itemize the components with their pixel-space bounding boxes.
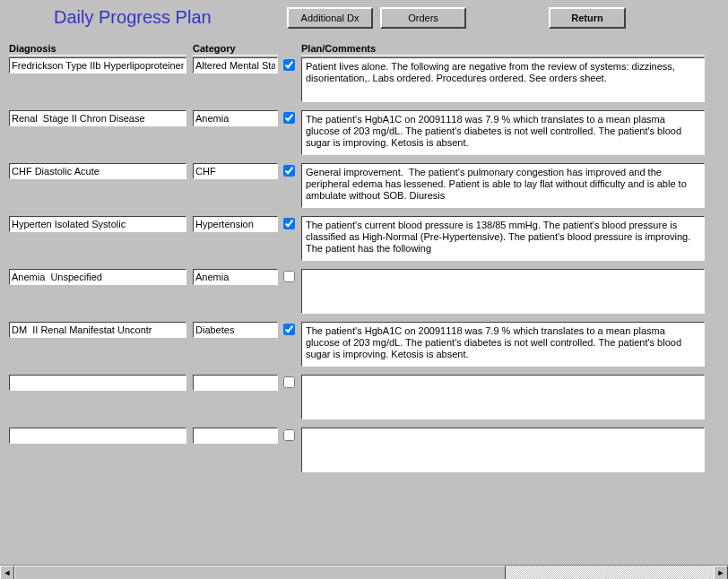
divider bbox=[9, 55, 186, 56]
row-checkbox[interactable] bbox=[283, 165, 295, 177]
column-header-plan: Plan/Comments bbox=[301, 43, 376, 54]
row-checkbox[interactable] bbox=[283, 429, 295, 441]
plan-comments-field[interactable] bbox=[301, 322, 705, 367]
divider bbox=[301, 55, 705, 56]
row-checkbox[interactable] bbox=[283, 112, 295, 124]
plan-comments-field[interactable] bbox=[301, 375, 705, 419]
category-field[interactable] bbox=[193, 110, 278, 126]
row-checkbox[interactable] bbox=[283, 376, 295, 388]
category-field[interactable] bbox=[193, 216, 278, 232]
column-header-diagnosis: Diagnosis bbox=[9, 43, 56, 54]
diagnosis-field[interactable] bbox=[9, 216, 186, 232]
main-window: Daily Progress Plan Additional Dx Orders… bbox=[0, 0, 728, 579]
orders-button[interactable]: Orders bbox=[380, 7, 466, 29]
diagnosis-field[interactable] bbox=[9, 428, 186, 444]
row-checkbox[interactable] bbox=[283, 324, 295, 335]
column-header-category: Category bbox=[193, 43, 236, 54]
diagnosis-field[interactable] bbox=[9, 57, 186, 73]
diagnosis-field[interactable] bbox=[9, 375, 186, 391]
page-title: Daily Progress Plan bbox=[54, 7, 212, 28]
plan-comments-field[interactable] bbox=[301, 57, 705, 102]
row-checkbox[interactable] bbox=[283, 218, 295, 229]
diagnosis-field[interactable] bbox=[9, 322, 186, 338]
diagnosis-field[interactable] bbox=[9, 269, 186, 285]
diagnosis-field[interactable] bbox=[9, 110, 186, 126]
plan-comments-field[interactable] bbox=[301, 110, 705, 155]
return-button[interactable]: Return bbox=[549, 7, 626, 29]
category-field[interactable] bbox=[193, 322, 278, 338]
plan-comments-field[interactable] bbox=[301, 269, 705, 314]
category-field[interactable] bbox=[193, 375, 278, 391]
scroll-right-button[interactable]: ► bbox=[714, 566, 728, 579]
plan-comments-field[interactable] bbox=[301, 428, 705, 472]
row-checkbox[interactable] bbox=[283, 59, 295, 71]
category-field[interactable] bbox=[193, 57, 278, 73]
diagnosis-field[interactable] bbox=[9, 163, 186, 179]
plan-comments-field[interactable] bbox=[301, 163, 705, 208]
header-bar: Daily Progress Plan Additional Dx Orders… bbox=[0, 7, 728, 34]
divider bbox=[193, 55, 278, 56]
category-field[interactable] bbox=[193, 428, 278, 444]
additional-dx-button[interactable]: Additional Dx bbox=[287, 7, 373, 29]
category-field[interactable] bbox=[193, 163, 278, 179]
category-field[interactable] bbox=[193, 269, 278, 285]
scroll-left-button[interactable]: ◄ bbox=[0, 566, 14, 579]
row-checkbox[interactable] bbox=[283, 271, 295, 282]
plan-comments-field[interactable] bbox=[301, 216, 705, 261]
horizontal-scrollbar[interactable]: ◄ ► bbox=[0, 565, 728, 579]
scrollbar-thumb[interactable] bbox=[14, 566, 506, 579]
